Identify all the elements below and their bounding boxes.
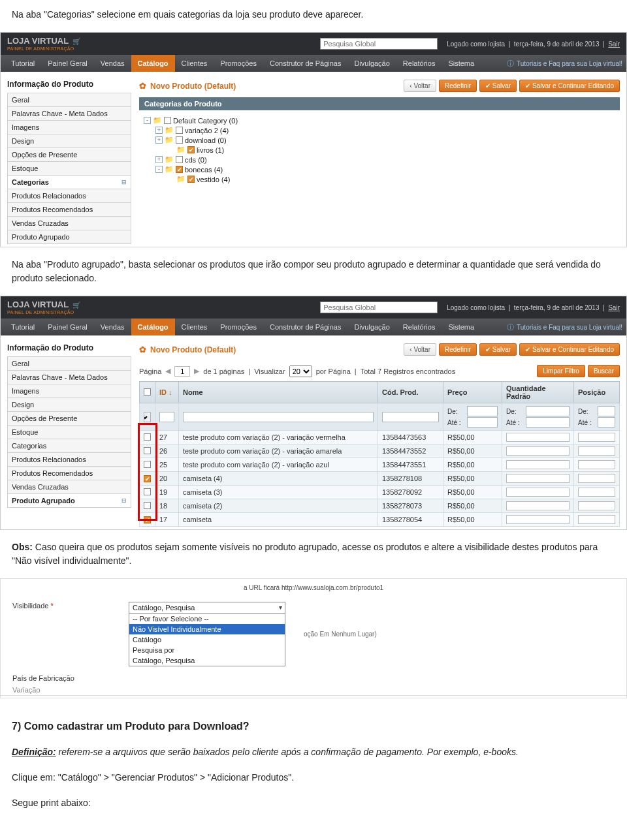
sidebar-item[interactable]: Geral xyxy=(7,356,131,371)
sidebar-item[interactable]: Design xyxy=(7,398,131,412)
clear-filter-button[interactable]: Limpar Filtro xyxy=(537,365,585,377)
position-input[interactable] xyxy=(578,488,615,497)
page-next-icon[interactable]: ▶ xyxy=(194,367,199,375)
table-row[interactable]: 26teste produto com variação (2) - varia… xyxy=(140,444,620,458)
sidebar-item[interactable]: Estoque xyxy=(7,426,131,439)
visibility-option[interactable]: Catálogo xyxy=(129,634,285,645)
checkbox-icon[interactable] xyxy=(144,502,151,509)
tree-toggle-icon[interactable]: + xyxy=(155,136,163,144)
checkbox-icon[interactable] xyxy=(144,488,151,495)
visibility-select[interactable]: Catálogo, Pesquisa -- Por favor Selecion… xyxy=(129,602,285,666)
back-button[interactable]: ‹ Voltar xyxy=(404,343,436,356)
checkbox-icon[interactable]: ✔ xyxy=(144,516,151,523)
checkbox-icon[interactable]: ✔ xyxy=(187,146,195,153)
sidebar-item[interactable]: Opções de Presente xyxy=(7,148,131,162)
reset-button[interactable]: Redefinir xyxy=(439,80,477,92)
filter-price-to[interactable] xyxy=(467,417,498,428)
sidebar-item[interactable]: Categorias⊟ xyxy=(7,176,131,189)
table-row[interactable]: 18camiseta (2)1358278073R$50,00 xyxy=(140,499,620,513)
back-button[interactable]: ‹ Voltar xyxy=(404,80,436,92)
menu-item[interactable]: Relatórios xyxy=(396,319,442,335)
menu-item[interactable]: Sistema xyxy=(442,55,481,72)
menu-item[interactable]: Painel Geral xyxy=(41,55,94,72)
filter-qty-to[interactable] xyxy=(526,417,570,428)
table-row[interactable]: 19camiseta (3)1358278092R$50,00 xyxy=(140,486,620,499)
checkbox-icon[interactable]: ✔ xyxy=(176,166,183,173)
menu-item[interactable]: Vendas xyxy=(94,319,131,335)
qty-input[interactable] xyxy=(506,501,570,510)
menu-item[interactable]: Clientes xyxy=(175,55,214,72)
page-number-input[interactable] xyxy=(174,366,190,377)
sidebar-item[interactable]: Vendas Cruzadas xyxy=(7,480,131,494)
checkbox-icon[interactable] xyxy=(164,117,171,124)
tree-toggle-icon[interactable]: + xyxy=(155,156,163,163)
col-price[interactable]: Preço xyxy=(443,382,502,403)
menu-item[interactable]: Catálogo xyxy=(131,319,175,335)
page-prev-icon[interactable]: ◀ xyxy=(165,367,170,375)
sidebar-item[interactable]: Palavras Chave - Meta Dados xyxy=(7,371,131,384)
tree-node[interactable]: -📁✔bonecas (4) xyxy=(142,164,617,174)
sidebar-item[interactable]: Geral xyxy=(7,93,131,107)
sidebar-item[interactable]: Produtos Relacionados xyxy=(7,453,131,467)
checkbox-icon[interactable] xyxy=(144,388,151,396)
sidebar-item[interactable]: Produto Agrupado⊟ xyxy=(7,494,131,508)
table-row[interactable]: ✔20camiseta (4)1358278108R$50,00 xyxy=(140,472,620,486)
qty-input[interactable] xyxy=(506,488,570,497)
visibility-selected[interactable]: Catálogo, Pesquisa xyxy=(129,602,285,614)
search-button[interactable]: Buscar xyxy=(588,365,620,377)
visibility-option[interactable]: Catálogo, Pesquisa xyxy=(129,655,285,666)
save-button[interactable]: ✔ Salvar xyxy=(479,343,517,356)
sidebar-item[interactable]: Estoque xyxy=(7,162,131,176)
sidebar-item[interactable]: Imagens xyxy=(7,121,131,134)
tree-toggle-icon[interactable]: - xyxy=(155,166,163,173)
position-input[interactable] xyxy=(578,446,615,456)
qty-input[interactable] xyxy=(506,433,570,442)
position-input[interactable] xyxy=(578,501,615,510)
menu-item[interactable]: Tutorial xyxy=(5,319,41,335)
reset-button[interactable]: Redefinir xyxy=(439,343,477,356)
checkbox-icon[interactable] xyxy=(176,136,183,144)
filter-price-from[interactable] xyxy=(467,406,498,416)
tree-toggle-icon[interactable]: + xyxy=(155,127,163,134)
menu-item[interactable]: Promoções xyxy=(214,55,263,72)
menu-item[interactable]: Vendas xyxy=(94,55,131,72)
checkbox-icon[interactable] xyxy=(144,447,151,454)
col-qty[interactable]: Quantidade Padrão xyxy=(502,382,574,403)
sidebar-item[interactable]: Palavras Chave - Meta Dados xyxy=(7,107,131,121)
checkbox-icon[interactable] xyxy=(144,461,151,468)
checkbox-icon[interactable] xyxy=(144,433,151,441)
save-button[interactable]: ✔ Salvar xyxy=(479,80,517,92)
table-row[interactable]: 27teste produto com variação (2) - varia… xyxy=(140,431,620,444)
filter-any-select[interactable]: Qualq xyxy=(144,412,151,422)
menu-item[interactable]: Construtor de Páginas xyxy=(263,319,347,335)
menu-item[interactable]: Sistema xyxy=(442,319,481,335)
tree-node[interactable]: -📁Default Category (0) xyxy=(142,116,617,125)
sidebar-item[interactable]: Opções de Presente xyxy=(7,412,131,426)
sidebar-item[interactable]: Imagens xyxy=(7,384,131,398)
sidebar-item[interactable]: Vendas Cruzadas xyxy=(7,217,131,230)
menu-item[interactable]: Divulgação xyxy=(347,55,396,72)
filter-id-input[interactable] xyxy=(159,412,174,422)
help-link[interactable]: ⓘTutoriais e Faq para sua Loja virtual! xyxy=(507,59,622,69)
col-name[interactable]: Nome xyxy=(179,382,378,403)
menu-item[interactable]: Catálogo xyxy=(131,55,175,72)
menu-item[interactable]: Divulgação xyxy=(347,319,396,335)
logout-link[interactable]: Sair xyxy=(608,40,620,48)
visibility-option[interactable]: Não Visível Individualmente xyxy=(129,624,285,634)
col-pos[interactable]: Posição xyxy=(574,382,620,403)
tree-node[interactable]: +📁download (0) xyxy=(142,135,617,145)
tree-node[interactable]: 📁✔livros (1) xyxy=(142,145,617,155)
qty-input[interactable] xyxy=(506,515,570,524)
menu-item[interactable]: Clientes xyxy=(175,319,214,335)
menu-item[interactable]: Construtor de Páginas xyxy=(263,55,347,72)
global-search-input[interactable] xyxy=(320,302,438,313)
save-continue-button[interactable]: ✔ Salvar e Continuar Editando xyxy=(519,80,620,92)
filter-qty-from[interactable] xyxy=(526,406,570,416)
checkbox-icon[interactable] xyxy=(176,156,183,163)
checkbox-icon[interactable]: ✔ xyxy=(144,475,151,482)
filter-pos-to[interactable] xyxy=(598,417,615,428)
tree-toggle-icon[interactable]: - xyxy=(144,117,151,124)
sidebar-item[interactable]: Produtos Recomendados xyxy=(7,203,131,217)
filter-pos-from[interactable] xyxy=(598,406,615,416)
sidebar-item[interactable]: Categorias xyxy=(7,439,131,453)
